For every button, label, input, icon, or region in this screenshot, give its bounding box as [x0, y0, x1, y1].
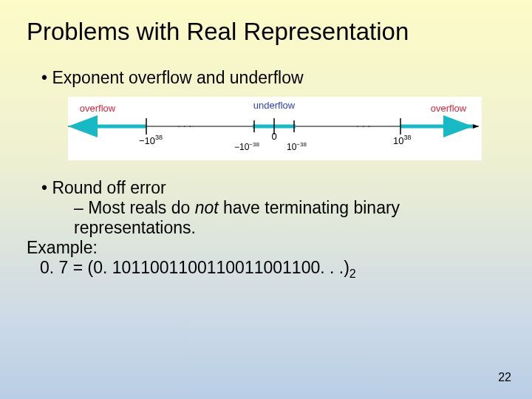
example-label: Example:: [27, 238, 505, 258]
numberline-figure: . . . . . . overflow underflow overflow …: [68, 97, 482, 160]
svg-text:0: 0: [271, 131, 276, 142]
slide-content: Exponent overflow and underflow: [0, 46, 532, 281]
sub-start: Most reals do: [74, 198, 195, 217]
example-value: 0. 7 = (0. 1011001100110011001100. . .)2: [27, 258, 505, 281]
svg-text:10−38: 10−38: [287, 141, 307, 152]
svg-text:1038: 1038: [393, 134, 411, 146]
svg-text:overflow: overflow: [80, 103, 116, 114]
sub-bullet: Most reals do not have terminating binar…: [41, 198, 505, 238]
page-title: Problems with Real Representation: [0, 0, 532, 46]
bullet-exponent-overflow: Exponent overflow and underflow: [27, 68, 505, 88]
svg-text:−1038: −1038: [139, 134, 163, 146]
svg-text:overflow: overflow: [431, 103, 467, 114]
svg-text:. . .: . . .: [177, 117, 191, 129]
svg-text:−10−38: −10−38: [234, 141, 259, 152]
page-number: 22: [498, 371, 511, 384]
not-word: not: [195, 198, 219, 217]
svg-text:. . .: . . .: [356, 117, 370, 129]
numberline-svg: . . . . . . overflow underflow overflow …: [68, 97, 482, 160]
roundoff-label: Round off error: [41, 178, 166, 197]
bullet-roundoff: Round off error Most reals do not have t…: [27, 178, 505, 238]
svg-text:underflow: underflow: [253, 100, 296, 111]
